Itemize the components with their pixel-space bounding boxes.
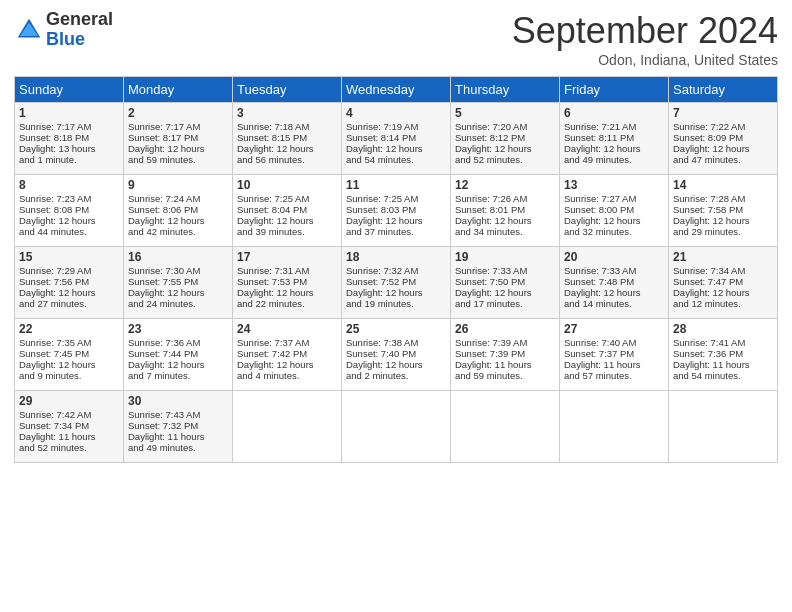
day-info: Sunset: 7:44 PM [128,348,228,359]
day-info: Daylight: 12 hours [19,287,119,298]
day-info: Sunset: 7:47 PM [673,276,773,287]
day-info: Sunset: 7:34 PM [19,420,119,431]
day-info: Daylight: 12 hours [19,215,119,226]
day-info: Daylight: 12 hours [455,215,555,226]
day-info: and 9 minutes. [19,370,119,381]
day-info: and 49 minutes. [564,154,664,165]
day-info: Sunrise: 7:31 AM [237,265,337,276]
day-info: and 22 minutes. [237,298,337,309]
day-info: Sunset: 7:36 PM [673,348,773,359]
day-info: Sunrise: 7:23 AM [19,193,119,204]
calendar-cell [342,391,451,463]
day-info: Daylight: 12 hours [673,143,773,154]
calendar-table: SundayMondayTuesdayWednesdayThursdayFrid… [14,76,778,463]
day-info: and 42 minutes. [128,226,228,237]
day-info: Sunrise: 7:40 AM [564,337,664,348]
day-info: Sunset: 7:58 PM [673,204,773,215]
day-number: 21 [673,250,773,264]
day-info: and 37 minutes. [346,226,446,237]
calendar-cell: 16Sunrise: 7:30 AMSunset: 7:55 PMDayligh… [124,247,233,319]
day-info: Sunrise: 7:36 AM [128,337,228,348]
calendar-cell [233,391,342,463]
day-header-tuesday: Tuesday [233,77,342,103]
day-info: Sunrise: 7:29 AM [19,265,119,276]
day-info: Sunset: 8:01 PM [455,204,555,215]
day-info: Sunrise: 7:25 AM [346,193,446,204]
day-info: Sunset: 7:50 PM [455,276,555,287]
day-info: Daylight: 12 hours [128,287,228,298]
day-info: and 39 minutes. [237,226,337,237]
day-info: Sunset: 7:52 PM [346,276,446,287]
day-info: and 47 minutes. [673,154,773,165]
day-info: Daylight: 12 hours [455,287,555,298]
day-info: Sunrise: 7:37 AM [237,337,337,348]
day-info: Sunrise: 7:34 AM [673,265,773,276]
day-info: Sunset: 8:06 PM [128,204,228,215]
day-info: Daylight: 12 hours [564,215,664,226]
day-info: Sunrise: 7:17 AM [19,121,119,132]
day-number: 9 [128,178,228,192]
day-info: Sunset: 8:08 PM [19,204,119,215]
day-info: and 52 minutes. [455,154,555,165]
day-info: Sunrise: 7:27 AM [564,193,664,204]
day-header-monday: Monday [124,77,233,103]
header: General Blue September 2024 Odon, Indian… [14,10,778,68]
day-info: and 56 minutes. [237,154,337,165]
day-number: 1 [19,106,119,120]
day-info: and 54 minutes. [346,154,446,165]
logo: General Blue [14,10,113,50]
day-info: and 29 minutes. [673,226,773,237]
day-info: Daylight: 12 hours [564,143,664,154]
day-info: Daylight: 12 hours [673,287,773,298]
day-info: Sunrise: 7:22 AM [673,121,773,132]
day-info: Daylight: 12 hours [455,143,555,154]
calendar-cell: 10Sunrise: 7:25 AMSunset: 8:04 PMDayligh… [233,175,342,247]
calendar-cell: 5Sunrise: 7:20 AMSunset: 8:12 PMDaylight… [451,103,560,175]
calendar-cell: 29Sunrise: 7:42 AMSunset: 7:34 PMDayligh… [15,391,124,463]
day-info: Daylight: 12 hours [346,287,446,298]
day-number: 8 [19,178,119,192]
day-info: and 17 minutes. [455,298,555,309]
calendar-cell [560,391,669,463]
calendar-cell: 12Sunrise: 7:26 AMSunset: 8:01 PMDayligh… [451,175,560,247]
calendar-cell: 28Sunrise: 7:41 AMSunset: 7:36 PMDayligh… [669,319,778,391]
day-info: Daylight: 12 hours [673,215,773,226]
day-number: 3 [237,106,337,120]
day-info: Daylight: 11 hours [19,431,119,442]
day-info: Sunset: 7:53 PM [237,276,337,287]
logo-general: General [46,10,113,30]
day-info: and 19 minutes. [346,298,446,309]
day-info: Sunrise: 7:41 AM [673,337,773,348]
day-info: Sunrise: 7:38 AM [346,337,446,348]
page-container: General Blue September 2024 Odon, Indian… [0,0,792,473]
day-info: Daylight: 12 hours [128,215,228,226]
calendar-cell: 11Sunrise: 7:25 AMSunset: 8:03 PMDayligh… [342,175,451,247]
day-info: Sunset: 7:48 PM [564,276,664,287]
calendar-cell: 20Sunrise: 7:33 AMSunset: 7:48 PMDayligh… [560,247,669,319]
day-number: 24 [237,322,337,336]
calendar-cell: 21Sunrise: 7:34 AMSunset: 7:47 PMDayligh… [669,247,778,319]
day-info: Sunset: 8:17 PM [128,132,228,143]
day-info: Daylight: 12 hours [128,143,228,154]
day-number: 7 [673,106,773,120]
day-header-sunday: Sunday [15,77,124,103]
calendar-cell [451,391,560,463]
day-info: Sunrise: 7:30 AM [128,265,228,276]
calendar-cell: 6Sunrise: 7:21 AMSunset: 8:11 PMDaylight… [560,103,669,175]
day-info: Daylight: 11 hours [673,359,773,370]
day-number: 11 [346,178,446,192]
day-info: and 49 minutes. [128,442,228,453]
day-info: Daylight: 12 hours [346,359,446,370]
day-info: Sunset: 7:55 PM [128,276,228,287]
day-info: Daylight: 12 hours [237,215,337,226]
day-header-wednesday: Wednesday [342,77,451,103]
calendar-cell: 8Sunrise: 7:23 AMSunset: 8:08 PMDaylight… [15,175,124,247]
day-number: 6 [564,106,664,120]
calendar-cell: 7Sunrise: 7:22 AMSunset: 8:09 PMDaylight… [669,103,778,175]
day-info: Daylight: 12 hours [346,215,446,226]
calendar-cell: 18Sunrise: 7:32 AMSunset: 7:52 PMDayligh… [342,247,451,319]
calendar-cell: 3Sunrise: 7:18 AMSunset: 8:15 PMDaylight… [233,103,342,175]
calendar-cell: 30Sunrise: 7:43 AMSunset: 7:32 PMDayligh… [124,391,233,463]
calendar-cell: 25Sunrise: 7:38 AMSunset: 7:40 PMDayligh… [342,319,451,391]
calendar-cell: 13Sunrise: 7:27 AMSunset: 8:00 PMDayligh… [560,175,669,247]
